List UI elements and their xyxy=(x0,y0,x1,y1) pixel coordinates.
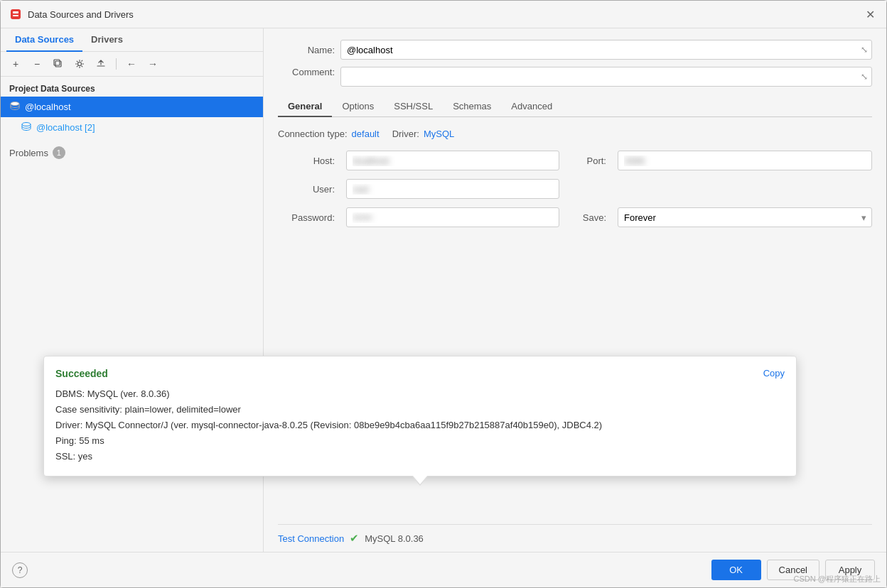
host-label: Host: xyxy=(278,156,335,166)
copy-datasource-button[interactable] xyxy=(49,56,68,72)
comment-input[interactable] xyxy=(340,67,872,87)
tab-options[interactable]: Options xyxy=(332,97,384,117)
app-icon xyxy=(9,8,22,21)
succeeded-label: Succeeded xyxy=(55,368,108,379)
connection-type-row: Connection type: default Driver: MySQL xyxy=(278,129,872,139)
project-data-sources-label: Project Data Sources xyxy=(1,77,263,97)
port-label: Port: xyxy=(571,156,606,166)
problems-badge: 1 xyxy=(53,146,65,159)
tabs-bar: General Options SSH/SSL Schemas Advanced xyxy=(278,97,872,117)
popup-header: Succeeded Copy xyxy=(55,368,785,379)
svg-point-6 xyxy=(11,102,19,106)
comment-row: Comment: ⤡ xyxy=(278,67,872,87)
dialog-datasources: Data Sources and Drivers ✕ Data Sources … xyxy=(0,0,887,588)
name-input[interactable] xyxy=(340,40,872,60)
sidebar-tabs: Data Sources Drivers xyxy=(1,28,263,52)
password-label: Password: xyxy=(278,212,335,223)
dialog-title: Data Sources and Drivers xyxy=(28,9,134,20)
copy-button[interactable]: Copy xyxy=(763,368,785,379)
problems-label: Problems xyxy=(9,148,48,158)
sidebar-item-localhost-2-label: @localhost [2] xyxy=(36,122,95,133)
back-button[interactable]: ← xyxy=(122,56,141,72)
popup-pointer xyxy=(413,476,427,484)
import-button[interactable] xyxy=(92,56,110,72)
connection-test-area: Test Connection ✔ MySQL 8.0.36 xyxy=(278,524,872,552)
watermark: CSDN @程序猿正在路上 xyxy=(794,574,881,584)
popup-line-4: Ping: 55 ms xyxy=(55,433,785,449)
expand-icon: ⤡ xyxy=(861,45,868,55)
tab-advanced[interactable]: Advanced xyxy=(501,97,562,117)
test-version: MySQL 8.0.36 xyxy=(365,533,424,544)
tab-schemas[interactable]: Schemas xyxy=(443,97,501,117)
driver-label: Driver: xyxy=(392,129,419,139)
save-select[interactable]: Forever Until restart Never xyxy=(618,207,872,227)
name-row: Name: ⤡ xyxy=(278,40,872,60)
connection-type-label: Connection type: xyxy=(278,129,348,139)
host-port-row: Host: Port: xyxy=(278,151,872,170)
db-icon-main xyxy=(9,100,21,114)
popup-content: DBMS: MySQL (ver. 8.0.36) Case sensitivi… xyxy=(55,386,785,464)
driver-value[interactable]: MySQL xyxy=(424,129,454,139)
succeeded-popup: Succeeded Copy DBMS: MySQL (ver. 8.0.36)… xyxy=(43,356,797,477)
comment-input-wrapper: ⤡ xyxy=(340,67,872,87)
svg-rect-4 xyxy=(54,60,60,65)
svg-point-5 xyxy=(78,62,82,66)
name-input-wrapper: ⤡ xyxy=(340,40,872,60)
svg-rect-0 xyxy=(11,9,21,19)
svg-rect-2 xyxy=(13,15,18,16)
ok-button[interactable]: OK xyxy=(711,560,761,580)
toolbar-separator xyxy=(116,58,117,70)
close-button[interactable]: ✕ xyxy=(862,6,878,22)
title-bar-left: Data Sources and Drivers xyxy=(9,8,134,21)
config-button[interactable] xyxy=(70,56,89,72)
forward-button[interactable]: → xyxy=(144,56,162,72)
connection-type-value[interactable]: default xyxy=(352,129,380,139)
popup-line-2: Case sensitivity: plain=lower, delimited… xyxy=(55,402,785,418)
sidebar-item-localhost-2[interactable]: @localhost [2] xyxy=(1,117,263,138)
problems-section: Problems 1 xyxy=(1,138,263,168)
sidebar-item-localhost-main[interactable]: @localhost xyxy=(1,97,263,117)
user-label: User: xyxy=(278,184,335,195)
bottom-bar: ? OK Cancel Apply xyxy=(1,552,886,587)
test-connection-link[interactable]: Test Connection xyxy=(278,533,344,544)
tab-general[interactable]: General xyxy=(278,97,332,117)
user-row: User: xyxy=(278,179,872,199)
popup-line-5: SSL: yes xyxy=(55,449,785,464)
user-input[interactable] xyxy=(346,179,559,199)
save-select-wrapper: Forever Until restart Never ▾ xyxy=(618,207,872,227)
tab-drivers[interactable]: Drivers xyxy=(82,28,131,52)
svg-rect-1 xyxy=(13,11,18,13)
sidebar-toolbar: + − xyxy=(1,52,263,77)
remove-datasource-button[interactable]: − xyxy=(28,56,46,72)
password-row: Password: Save: Forever Until restart Ne… xyxy=(278,207,872,227)
add-datasource-button[interactable]: + xyxy=(6,56,25,72)
help-button[interactable]: ? xyxy=(12,562,28,578)
title-bar: Data Sources and Drivers ✕ xyxy=(1,1,886,28)
sidebar-item-localhost-main-label: @localhost xyxy=(25,102,71,112)
popup-line-3: Driver: MySQL Connector/J (ver. mysql-co… xyxy=(55,418,785,433)
tab-ssh-ssl[interactable]: SSH/SSL xyxy=(384,97,443,117)
svg-point-7 xyxy=(22,123,31,126)
db-icon-child xyxy=(21,121,32,134)
name-label: Name: xyxy=(278,45,335,55)
host-input[interactable] xyxy=(346,151,559,170)
popup-line-1: DBMS: MySQL (ver. 8.0.36) xyxy=(55,386,785,402)
svg-rect-3 xyxy=(55,61,61,67)
tab-data-sources[interactable]: Data Sources xyxy=(6,28,82,52)
checkmark-icon: ✔ xyxy=(350,532,359,545)
save-label: Save: xyxy=(571,212,606,223)
comment-expand-icon: ⤡ xyxy=(861,72,868,82)
comment-label: Comment: xyxy=(278,67,335,77)
password-input[interactable] xyxy=(346,207,559,227)
port-input[interactable] xyxy=(618,151,872,170)
